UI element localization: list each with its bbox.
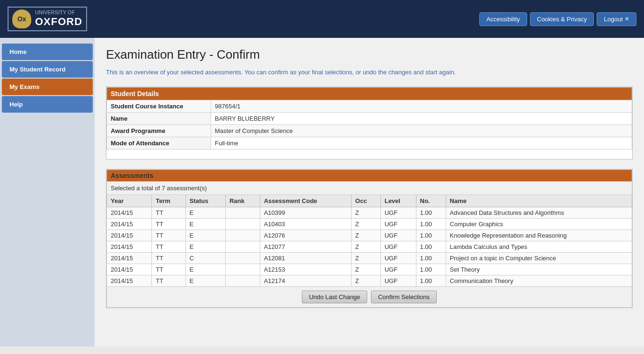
cookies-privacy-button[interactable]: Cookies & Privacy <box>530 12 594 26</box>
assessments-header: Assessments <box>107 169 632 181</box>
oxford-shield-icon: Ox <box>12 9 31 28</box>
mode-of-attendance-value: Full-time <box>211 137 632 149</box>
sidebar-item-my-exams[interactable]: My Exams <box>2 79 93 95</box>
assessments-table: Assessments Selected a total of 7 assess… <box>106 169 632 308</box>
intro-text: This is an overview of your selected ass… <box>106 68 633 77</box>
table-row: 2014/15 TT C A12081 Z UGF 1.00 Project o… <box>107 252 632 264</box>
close-icon: ✕ <box>625 16 629 22</box>
oxford-label: OXFORD <box>35 16 82 28</box>
main-layout: Home My Student Record My Exams Help Exa… <box>0 38 644 346</box>
logo-area: Ox UNIVERSITY OF OXFORD <box>8 7 87 31</box>
sidebar-item-student-record[interactable]: My Student Record <box>2 61 93 78</box>
accessibility-button[interactable]: Accessibility <box>479 12 527 26</box>
logout-button[interactable]: Logout ✕ <box>597 12 636 26</box>
col-year: Year <box>107 195 152 207</box>
table-row: 2014/15 TT E A10399 Z UGF 1.00 Advanced … <box>107 207 632 218</box>
table-row: 2014/15 TT E A12153 Z UGF 1.00 Set Theor… <box>107 264 632 275</box>
award-programme-value: Master of Computer Science <box>211 124 632 137</box>
name-value: BARRY BLUEBERRY <box>211 112 632 124</box>
header: Ox UNIVERSITY OF OXFORD Accessibility Co… <box>0 0 644 38</box>
header-nav: Accessibility Cookies & Privacy Logout ✕ <box>479 12 636 26</box>
sidebar: Home My Student Record My Exams Help <box>0 38 95 346</box>
col-level: Level <box>380 195 416 207</box>
mode-of-attendance-label: Mode of Attendance <box>107 137 211 149</box>
student-course-instance-value: 987654/1 <box>211 100 632 112</box>
undo-last-change-button[interactable]: Undo Last Change <box>302 291 367 303</box>
name-label: Name <box>107 112 211 124</box>
student-details-header: Student Details <box>107 87 632 100</box>
student-details-table: Student Details Student Course Instance … <box>106 87 632 150</box>
sidebar-item-help[interactable]: Help <box>2 96 93 113</box>
svg-text:Ox: Ox <box>18 15 26 23</box>
col-status: Status <box>185 195 225 207</box>
col-no: No. <box>416 195 446 207</box>
student-course-instance-label: Student Course Instance <box>107 100 211 112</box>
student-details-section: Student Details Student Course Instance … <box>106 87 633 159</box>
logo-text: UNIVERSITY OF OXFORD <box>35 9 82 28</box>
col-rank: Rank <box>225 195 260 207</box>
col-code: Assessment Code <box>260 195 351 207</box>
assessments-section: Assessments Selected a total of 7 assess… <box>106 169 633 308</box>
confirm-selections-button[interactable]: Confirm Selections <box>371 291 437 303</box>
logout-label: Logout <box>604 16 623 23</box>
table-row: 2014/15 TT E A12174 Z UGF 1.00 Communica… <box>107 275 632 286</box>
award-programme-label: Award Programme <box>107 124 211 137</box>
page-title: Examination Entry - Confirm <box>106 47 633 62</box>
col-term: Term <box>152 195 185 207</box>
sidebar-item-home[interactable]: Home <box>2 44 93 60</box>
content-area: Examination Entry - Confirm This is an o… <box>95 38 644 346</box>
action-row: Undo Last Change Confirm Selections <box>107 286 632 307</box>
table-row: 2014/15 TT E A10403 Z UGF 1.00 Computer … <box>107 218 632 230</box>
logo-box: Ox UNIVERSITY OF OXFORD <box>8 7 87 31</box>
university-of-label: UNIVERSITY OF <box>35 9 82 16</box>
table-row: 2014/15 TT E A12077 Z UGF 1.00 Lambda Ca… <box>107 241 632 252</box>
col-name: Name <box>446 195 632 207</box>
col-occ: Occ <box>351 195 380 207</box>
table-row: 2014/15 TT E A12076 Z UGF 1.00 Knowledge… <box>107 230 632 241</box>
total-assessments-label: Selected a total of 7 assessment(s) <box>111 185 207 192</box>
